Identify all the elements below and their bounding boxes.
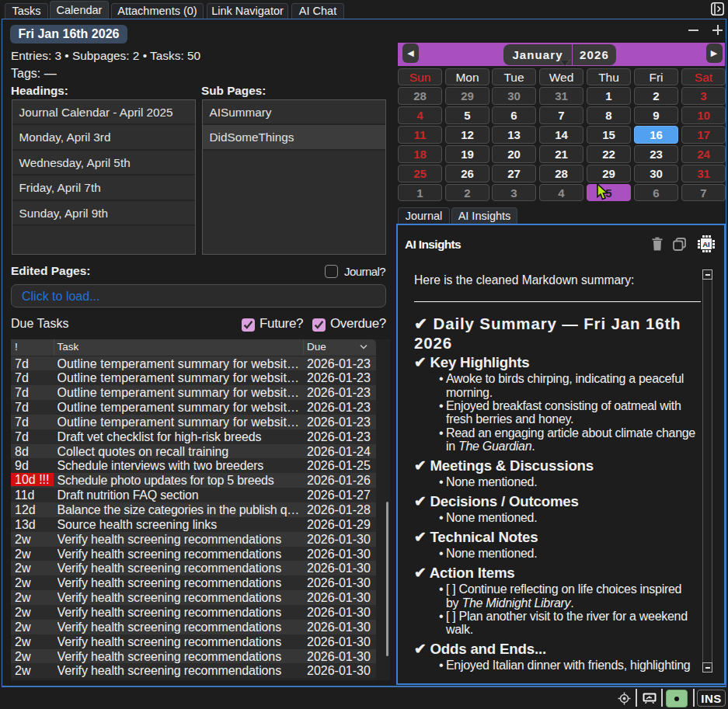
svg-text:AI: AI	[702, 240, 710, 248]
